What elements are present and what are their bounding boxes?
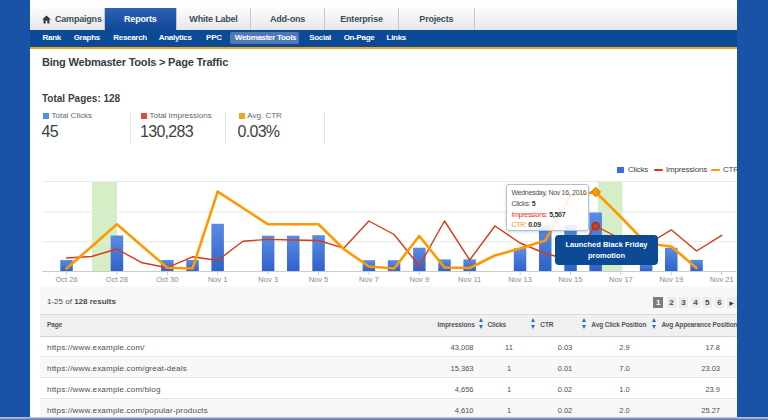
svg-text:Nov 15: Nov 15 [559,275,583,284]
svg-text:Nov 7: Nov 7 [359,275,379,284]
svg-text:Oct 26: Oct 26 [55,275,77,284]
svg-text:Nov 21: Nov 21 [710,275,734,284]
svg-text:Nov 5: Nov 5 [309,275,329,284]
svg-text:Nov 9: Nov 9 [410,275,430,284]
svg-text:Nov 3: Nov 3 [258,275,278,284]
svg-text:Nov 19: Nov 19 [659,275,683,284]
svg-text:Nov 13: Nov 13 [508,275,532,284]
svg-text:Nov 17: Nov 17 [609,275,633,284]
svg-text:Oct 30: Oct 30 [156,275,178,284]
svg-text:Nov 1: Nov 1 [208,275,228,284]
svg-text:Nov 11: Nov 11 [458,275,481,284]
svg-text:Oct 28: Oct 28 [106,275,128,284]
